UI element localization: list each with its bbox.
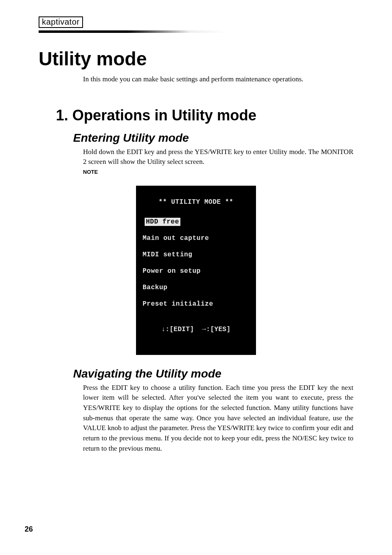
- intro-paragraph: In this mode you can make basic settings…: [83, 74, 353, 85]
- lcd-item: Backup: [139, 283, 253, 292]
- lcd-item: Power on setup: [139, 267, 253, 275]
- page-number: 26: [25, 525, 33, 534]
- lcd-footer: ↓:[EDIT] →:[YES]: [139, 325, 253, 334]
- note-label: NOTE: [83, 169, 353, 175]
- subsection-navigating-heading: Navigating the Utility mode: [73, 367, 353, 380]
- entering-paragraph: Hold down the EDIT key and press the YES…: [83, 147, 353, 167]
- lcd-screenshot: ** UTILITY MODE ** HDD free Main out cap…: [39, 186, 353, 355]
- lcd-selected-row: HDD free: [139, 218, 253, 226]
- navigating-paragraph: Press the EDIT key to choose a utility f…: [83, 383, 353, 454]
- lcd-item: Preset initialize: [139, 300, 253, 308]
- lcd-selected-item: HDD free: [145, 218, 180, 226]
- brand-box: kaptivator: [39, 16, 353, 28]
- page-title: Utility mode: [39, 48, 353, 70]
- section-1-heading: 1. Operations in Utility mode: [56, 107, 353, 124]
- lcd-item: MIDI setting: [139, 251, 253, 259]
- brand-text: kaptivator: [39, 16, 83, 28]
- lcd-screen: ** UTILITY MODE ** HDD free Main out cap…: [136, 186, 256, 355]
- lcd-item: Main out capture: [139, 234, 253, 242]
- subsection-entering-heading: Entering Utility mode: [73, 131, 353, 145]
- header-rule: [39, 30, 353, 33]
- lcd-title: ** UTILITY MODE **: [139, 198, 253, 206]
